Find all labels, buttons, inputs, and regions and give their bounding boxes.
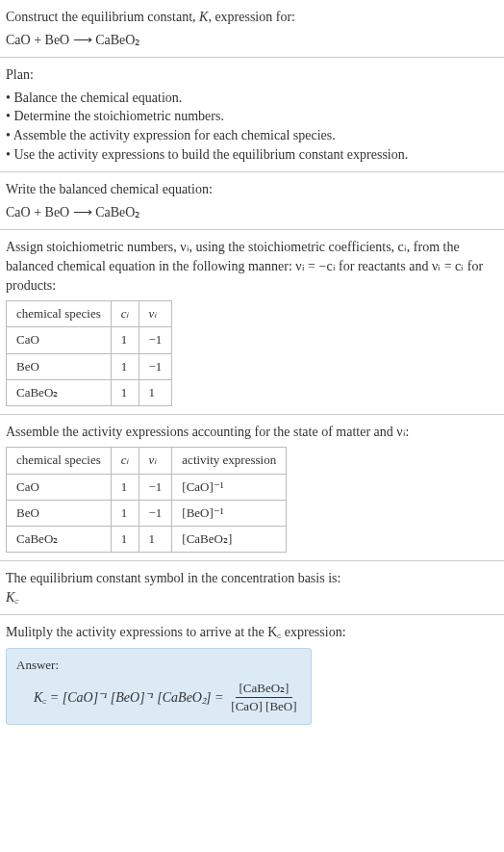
cell-expr: [CaO]⁻¹ — [172, 474, 287, 500]
kc-fraction: [CaBeO₂] [CaO] [BeO] — [227, 680, 300, 715]
table-row: BeO 1 −1 — [7, 353, 172, 379]
cell-species: BeO — [7, 500, 112, 526]
cell-vi: −1 — [139, 500, 172, 526]
cell-species: CaBeO₂ — [7, 379, 112, 405]
balanced-equation: CaO + BeO ⟶ CaBeO₂ — [6, 203, 498, 222]
col-species: chemical species — [7, 301, 112, 327]
multiply-line: Mulitply the activity expressions to arr… — [6, 623, 498, 642]
intro-section: Construct the equilibrium constant, K, e… — [0, 0, 504, 57]
symbol-section: The equilibrium constant symbol in the c… — [0, 561, 504, 614]
cell-expr: [BeO]⁻¹ — [172, 500, 287, 526]
symbol-kc: K꜀ — [6, 588, 498, 607]
table-row: BeO 1 −1 [BeO]⁻¹ — [7, 500, 287, 526]
activity-heading: Assemble the activity expressions accoun… — [6, 423, 498, 442]
frac-denominator: [CaO] [BeO] — [227, 698, 300, 715]
plan-item: Use the activity expressions to build th… — [6, 145, 498, 165]
cell-species: CaBeO₂ — [7, 527, 112, 553]
symbol-line: The equilibrium constant symbol in the c… — [6, 569, 498, 588]
cell-vi: 1 — [139, 379, 172, 405]
kc-lhs: K꜀ = [CaO]⁻¹ [BeO]⁻¹ [CaBeO₂] = — [34, 688, 223, 708]
cell-vi: −1 — [139, 474, 172, 500]
col-vi: νᵢ — [139, 301, 172, 327]
stoich-section: Assign stoichiometric numbers, νᵢ, using… — [0, 230, 504, 414]
cell-species: CaO — [7, 474, 112, 500]
table-header-row: chemical species cᵢ νᵢ activity expressi… — [7, 448, 287, 474]
plan-item: Assemble the activity expression for eac… — [6, 126, 498, 145]
kc-expression: K꜀ = [CaO]⁻¹ [BeO]⁻¹ [CaBeO₂] = [CaBeO₂]… — [16, 680, 301, 715]
col-expr: activity expression — [172, 448, 287, 474]
cell-expr: [CaBeO₂] — [172, 527, 287, 553]
cell-vi: −1 — [139, 353, 172, 379]
cell-ci: 1 — [111, 500, 139, 526]
activity-section: Assemble the activity expressions accoun… — [0, 415, 504, 560]
cell-ci: 1 — [111, 527, 139, 553]
col-species: chemical species — [7, 448, 112, 474]
activity-table: chemical species cᵢ νᵢ activity expressi… — [6, 447, 287, 553]
cell-ci: 1 — [111, 327, 139, 353]
col-vi: νᵢ — [139, 448, 172, 474]
cell-vi: 1 — [139, 527, 172, 553]
stoich-text: Assign stoichiometric numbers, νᵢ, using… — [6, 238, 498, 295]
table-row: CaO 1 −1 — [7, 327, 172, 353]
answer-box: Answer: K꜀ = [CaO]⁻¹ [BeO]⁻¹ [CaBeO₂] = … — [6, 648, 312, 725]
multiply-section: Mulitply the activity expressions to arr… — [0, 615, 504, 732]
frac-numerator: [CaBeO₂] — [236, 680, 293, 698]
cell-ci: 1 — [111, 474, 139, 500]
intro-line: Construct the equilibrium constant, K, e… — [6, 8, 498, 27]
balanced-section: Write the balanced chemical equation: Ca… — [0, 172, 504, 229]
cell-species: BeO — [7, 353, 112, 379]
plan-item: Determine the stoichiometric numbers. — [6, 107, 498, 126]
table-row: CaO 1 −1 [CaO]⁻¹ — [7, 474, 287, 500]
cell-ci: 1 — [111, 379, 139, 405]
stoich-table: chemical species cᵢ νᵢ CaO 1 −1 BeO 1 −1… — [6, 300, 172, 406]
cell-ci: 1 — [111, 353, 139, 379]
cell-vi: −1 — [139, 327, 172, 353]
intro-equation: CaO + BeO ⟶ CaBeO₂ — [6, 31, 498, 50]
col-ci: cᵢ — [111, 301, 139, 327]
plan-section: Plan: Balance the chemical equation. Det… — [0, 58, 504, 171]
table-row: CaBeO₂ 1 1 [CaBeO₂] — [7, 527, 287, 553]
col-ci: cᵢ — [111, 448, 139, 474]
table-row: CaBeO₂ 1 1 — [7, 379, 172, 405]
plan-item: Balance the chemical equation. — [6, 89, 498, 108]
balanced-heading: Write the balanced chemical equation: — [6, 180, 498, 199]
answer-label: Answer: — [16, 657, 301, 674]
cell-species: CaO — [7, 327, 112, 353]
plan-heading: Plan: — [6, 65, 498, 85]
plan-list: Balance the chemical equation. Determine… — [6, 89, 498, 164]
k-symbol: K — [199, 10, 208, 24]
table-header-row: chemical species cᵢ νᵢ — [7, 301, 172, 327]
